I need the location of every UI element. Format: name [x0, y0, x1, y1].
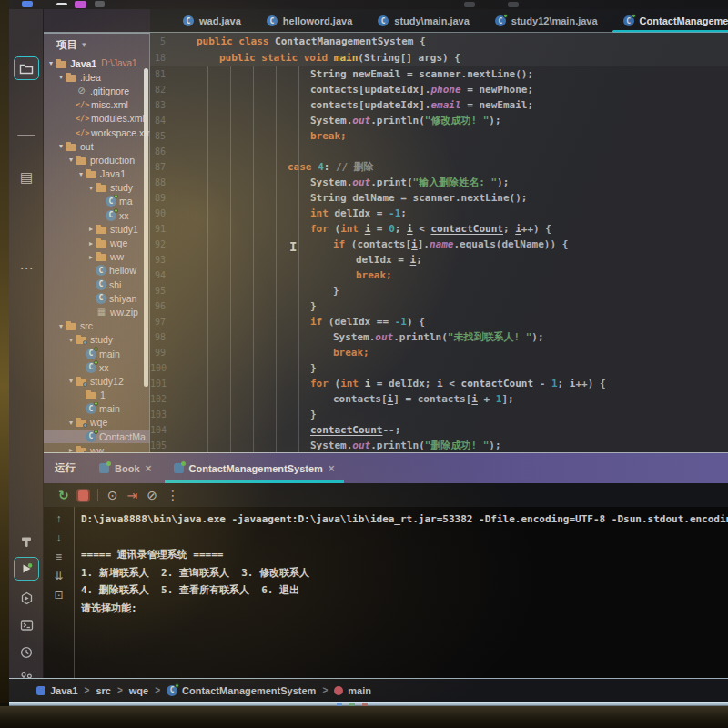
tree-item-misc-xml[interactable]: </>misc.xml [44, 98, 150, 112]
code-text[interactable]: } [174, 283, 339, 298]
print-button[interactable]: ⊡ [54, 589, 63, 602]
scroll-end-button[interactable]: ⇊ [54, 570, 63, 582]
breadcrumb-java1[interactable]: Java1 [36, 685, 78, 696]
editor-tab-contactmanagementsystem-java[interactable]: CContactManagementSystem.java× [611, 9, 728, 33]
soft-wrap-button[interactable]: ≡ [56, 551, 62, 563]
tree-item-modules-xml[interactable]: </>modules.xml [44, 112, 150, 126]
tree-chevron-icon[interactable]: ▸ [86, 239, 96, 248]
project-panel-header[interactable]: 项目 ▾ [44, 33, 150, 56]
tree-item-ww[interactable]: ▸ww [44, 443, 150, 452]
tree-item-idea[interactable]: ▾.idea [44, 70, 150, 84]
stripe-terminal-button[interactable] [14, 613, 39, 637]
code-text[interactable]: for (int i = delIdx; i < contactCount - … [174, 376, 606, 391]
rerun-button[interactable]: ↻ [58, 489, 69, 501]
tree-item-ww-zip[interactable]: ▦ww.zip [44, 305, 150, 318]
tree-item-ma[interactable]: Cma [44, 195, 150, 208]
code-text[interactable]: } [174, 360, 317, 376]
tree-item-main[interactable]: Cmain [44, 402, 150, 416]
tree-item-xx[interactable]: Cxx [44, 208, 150, 222]
stripe-more-button[interactable]: ⋯ [14, 257, 39, 280]
thread-dump-button[interactable]: ⊙ [107, 489, 118, 501]
tree-chevron-icon[interactable]: ▸ [66, 446, 76, 452]
tree-chevron-icon[interactable]: ▾ [66, 156, 76, 164]
code-text[interactable]: contacts[updateIdx].email = newEmail; [174, 97, 533, 113]
tree-chevron-icon[interactable]: ▾ [56, 73, 66, 81]
tree-chevron-icon[interactable]: ▸ [86, 253, 96, 261]
more-button[interactable]: ⋮ [167, 489, 179, 501]
tab-close-icon[interactable]: × [146, 462, 152, 475]
tree-chevron-icon[interactable]: ▾ [76, 170, 86, 178]
scroll-top-button[interactable]: ↑ [56, 512, 62, 525]
code-text[interactable]: break; [174, 128, 347, 144]
stripe-project-button[interactable] [14, 56, 39, 80]
tree-item-contactma[interactable]: CContactMa [44, 430, 150, 443]
breadcrumb-src[interactable]: src [96, 685, 111, 696]
tree-item-java1[interactable]: ▾Java1D:\Java1 [44, 56, 150, 70]
editor-tab-wad-java[interactable]: Cwad.java [170, 9, 254, 33]
code-text[interactable]: String delName = scanner.nextLine(); [174, 190, 527, 206]
tree-item-src[interactable]: ▾src [44, 319, 150, 333]
code-text[interactable]: System.out.print("输入删除姓名: "); [174, 175, 509, 190]
editor-tab-study12-main-java[interactable]: Cstudy12\main.java [482, 9, 611, 33]
tree-item-study[interactable]: ▾study [44, 181, 150, 195]
tree-chevron-icon[interactable]: ▾ [86, 184, 96, 192]
editor-tab-study-main-java[interactable]: Cstudy\main.java [365, 9, 482, 33]
scroll-bottom-button[interactable]: ↓ [56, 531, 62, 544]
tree-item-study12[interactable]: ▾study12 [44, 374, 150, 388]
attach-button[interactable]: ⇥ [126, 489, 137, 501]
stripe-structure-button[interactable]: ▤ [14, 166, 39, 189]
tree-item-wqe[interactable]: ▾wqe [44, 416, 150, 430]
stripe-services-button[interactable] [14, 586, 39, 610]
code-text[interactable]: System.out.println("修改成功! "); [174, 113, 501, 128]
tree-item-main[interactable]: Cmain [44, 347, 150, 360]
code-text[interactable]: contacts[i] = contacts[i + 1]; [174, 391, 514, 407]
code-text[interactable]: System.out.println("删除成功! "); [174, 438, 501, 452]
tree-item-workspace-xml[interactable]: </>workspace.xml [44, 126, 150, 139]
clear-button[interactable]: ⊘ [147, 489, 157, 501]
run-tab-book[interactable]: Book× [88, 453, 163, 483]
breadcrumb-main[interactable]: main [334, 685, 371, 696]
stripe-run-button[interactable] [14, 557, 39, 581]
code-text[interactable]: case 4: // 删除 [174, 159, 374, 175]
tree-chevron-icon[interactable]: ▾ [56, 142, 66, 150]
code-text[interactable]: } [174, 298, 317, 314]
editor-tab-helloword-java[interactable]: Chelloword.java [254, 9, 365, 33]
tree-chevron-icon[interactable]: ▾ [66, 419, 76, 427]
tree-item-shiyan[interactable]: Cshiyan [44, 291, 150, 305]
tree-item-out[interactable]: ▾out [44, 139, 150, 153]
code-text[interactable]: System.out.println("未找到联系人! "); [174, 329, 544, 345]
code-text[interactable]: } [174, 407, 317, 422]
tree-item-gitignore[interactable]: ⊘.gitignore [44, 84, 150, 97]
code-text[interactable]: public class ContactManagementSystem { [174, 34, 426, 49]
tree-item-study1[interactable]: ▸study1 [44, 222, 150, 236]
tree-chevron-icon[interactable]: ▸ [86, 225, 96, 233]
project-scrollbar[interactable] [144, 68, 148, 387]
tree-item-wqe[interactable]: ▸wqe [44, 236, 150, 249]
tree-item-shi[interactable]: Cshi [44, 278, 150, 291]
tree-chevron-icon[interactable]: ▾ [56, 322, 66, 330]
breadcrumb-wqe[interactable]: wqe [129, 685, 148, 696]
tree-item-1[interactable]: 1 [44, 389, 150, 402]
code-text[interactable]: String newEmail = scanner.nextLine(); [174, 66, 533, 82]
run-console[interactable]: ↑↓≡⇊⊡ D:\java8888\bin\java.exe -javaagen… [44, 507, 728, 678]
tree-item-ww[interactable]: ▸ww [44, 250, 150, 264]
code-editor[interactable]: 5public class ContactManagementSystem {1… [150, 33, 728, 452]
tree-chevron-icon[interactable]: ▾ [66, 336, 76, 344]
stripe-clock-button[interactable] [14, 641, 39, 664]
code-text[interactable]: break; [174, 268, 392, 283]
tree-item-java1[interactable]: ▾Java1 [44, 167, 150, 181]
code-text[interactable]: int delIdx = -1; [174, 206, 407, 221]
tree-chevron-icon[interactable]: ▾ [46, 59, 56, 67]
run-tab-contactmanagementsystem[interactable]: ContactManagementSystem× [163, 453, 346, 483]
stop-button[interactable] [78, 490, 88, 500]
tree-item-production[interactable]: ▾production [44, 153, 150, 167]
tree-chevron-icon[interactable]: ▾ [66, 377, 76, 385]
breadcrumb-contactmanagementsystem[interactable]: CContactManagementSystem [167, 685, 316, 696]
code-text[interactable]: break; [174, 345, 369, 360]
tab-close-icon[interactable]: × [329, 462, 335, 475]
stripe-build-button[interactable] [14, 530, 39, 553]
code-text[interactable]: public static void main(String[] args) { [174, 50, 460, 66]
tree-item-study[interactable]: ▾study [44, 333, 150, 347]
tree-item-xx[interactable]: Cxx [44, 360, 150, 374]
code-text[interactable]: contacts[updateIdx].phone = newPhone; [174, 82, 533, 97]
